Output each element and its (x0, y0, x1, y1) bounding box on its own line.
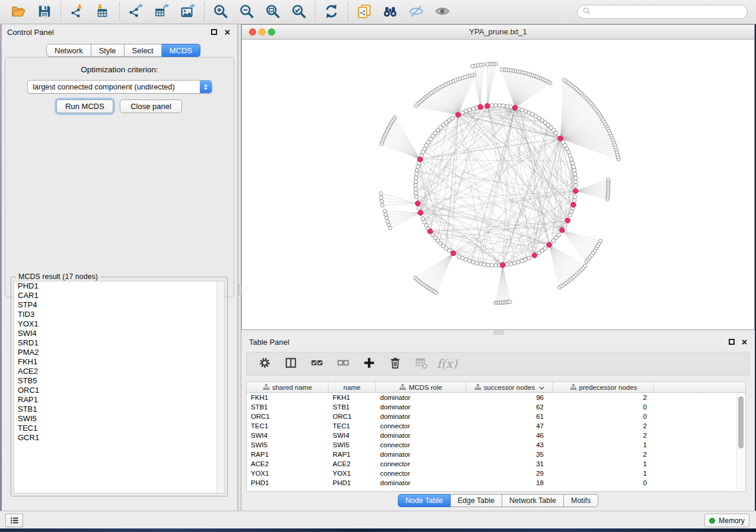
mcds-result-item[interactable]: YOX1 (14, 319, 224, 329)
network-node[interactable] (570, 161, 575, 165)
mcds-hub-node[interactable] (428, 229, 432, 233)
zoom-fit-button[interactable] (262, 2, 283, 22)
run-mcds-button[interactable]: Run MCDS (56, 100, 113, 113)
network-node[interactable] (574, 180, 578, 184)
satellite-node[interactable] (379, 196, 383, 199)
network-node[interactable] (497, 104, 502, 108)
mcds-hub-node[interactable] (560, 227, 564, 232)
network-node[interactable] (573, 172, 577, 177)
table-row[interactable]: SWI4SWI4dominator462 (247, 431, 745, 440)
satellite-node[interactable] (384, 213, 387, 216)
mcds-result-item[interactable]: PMA2 (14, 348, 224, 357)
hide-selected-button[interactable] (406, 2, 427, 22)
tab-mcds[interactable]: MCDS (162, 44, 200, 57)
search-input[interactable] (594, 7, 742, 17)
network-node[interactable] (490, 264, 494, 268)
mcds-result-item[interactable]: RAP1 (14, 395, 224, 405)
satellite-node[interactable] (383, 209, 387, 213)
satellite-node[interactable] (563, 78, 566, 82)
table-scrollbar[interactable] (736, 393, 745, 491)
network-node[interactable] (414, 180, 418, 184)
mcds-hub-node[interactable] (513, 105, 518, 110)
export-image-button[interactable] (177, 2, 199, 22)
mcds-result-item[interactable]: TID3 (14, 310, 224, 319)
memory-button[interactable]: Memory (704, 514, 749, 527)
float-table-panel-icon[interactable] (729, 339, 735, 345)
tab-motifs[interactable]: Motifs (564, 494, 598, 507)
satellite-node[interactable] (381, 204, 384, 207)
network-node[interactable] (414, 191, 418, 196)
mcds-result-list[interactable]: PHD1CAR1STP4TID3YOX1SWI4SRD1PMA2FKH1ACE2… (14, 281, 225, 493)
deselect-all-rows-button[interactable] (334, 355, 351, 372)
network-window-titlebar[interactable]: YPA_prune.txt_1 (242, 25, 754, 40)
network-node[interactable] (461, 111, 465, 115)
network-node[interactable] (417, 206, 421, 210)
zoom-out-button[interactable] (236, 2, 257, 22)
satellite-node[interactable] (583, 264, 587, 268)
mcds-hub-node[interactable] (415, 201, 420, 206)
network-node[interactable] (471, 260, 476, 264)
satellite-node[interactable] (486, 63, 489, 66)
mcds-result-item[interactable]: SWI5 (14, 414, 224, 424)
close-panel-button[interactable]: Close panel (120, 100, 182, 113)
satellite-node[interactable] (500, 68, 503, 71)
network-node[interactable] (447, 249, 451, 253)
network-node[interactable] (483, 262, 487, 267)
network-node[interactable] (572, 198, 576, 203)
mcds-hub-node[interactable] (532, 253, 537, 258)
tab-network-table[interactable]: Network Table (502, 494, 564, 507)
mcds-result-item[interactable]: TEC1 (14, 424, 224, 433)
save-session-button[interactable] (34, 2, 55, 22)
network-node[interactable] (563, 223, 567, 227)
mcds-hub-node[interactable] (547, 242, 551, 247)
table-row[interactable]: FKH1FKH1dominator962 (247, 393, 745, 402)
show-columns-button[interactable] (282, 355, 299, 372)
network-node[interactable] (543, 246, 547, 251)
network-node[interactable] (527, 257, 531, 261)
network-node[interactable] (494, 264, 498, 268)
satellite-node[interactable] (508, 300, 512, 304)
satellite-node[interactable] (380, 200, 384, 203)
column-header-shared-name[interactable]: shared name (247, 382, 328, 393)
close-panel-icon[interactable]: × (225, 28, 230, 37)
network-node[interactable] (475, 261, 479, 265)
satellite-node[interactable] (387, 223, 391, 226)
network-node[interactable] (520, 108, 524, 112)
network-node[interactable] (471, 107, 476, 111)
satellite-node[interactable] (471, 65, 474, 68)
mcds-hub-node[interactable] (455, 113, 460, 117)
mcds-result-item[interactable]: PHD1 (14, 281, 224, 291)
network-node[interactable] (415, 168, 419, 172)
mcds-result-item[interactable]: GCR1 (14, 433, 224, 443)
satellite-node[interactable] (435, 291, 438, 294)
table-row[interactable]: SWI5SWI5connector431 (247, 440, 745, 450)
tab-node-table[interactable]: Node Table (398, 494, 451, 507)
select-first-neighbors-button[interactable] (379, 2, 401, 22)
mcds-result-item[interactable]: ORC1 (14, 386, 224, 395)
mcds-hub-node[interactable] (573, 188, 578, 193)
network-node[interactable] (416, 165, 420, 169)
horizontal-splitter[interactable] (241, 330, 755, 335)
import-network-button[interactable] (66, 2, 88, 22)
mcds-result-item[interactable]: SWI4 (14, 329, 224, 338)
network-node[interactable] (569, 210, 573, 214)
close-table-panel-icon[interactable]: × (742, 338, 747, 347)
mcds-result-item[interactable]: STB1 (14, 405, 224, 414)
column-header-mcds-role[interactable]: MCDS role (376, 382, 466, 393)
mcds-result-item[interactable]: FKH1 (14, 357, 224, 367)
mcds-hub-node[interactable] (565, 218, 570, 223)
mcds-hub-node[interactable] (485, 104, 490, 108)
network-node[interactable] (486, 263, 490, 267)
network-node[interactable] (513, 261, 517, 265)
duplicate-network-button[interactable] (353, 2, 375, 22)
column-header-predecessor-nodes[interactable]: predecessor nodes (553, 382, 654, 393)
satellite-node[interactable] (386, 220, 390, 223)
open-file-button[interactable] (8, 2, 29, 22)
network-node[interactable] (505, 104, 509, 108)
satellite-node[interactable] (379, 192, 383, 196)
network-node[interactable] (573, 195, 577, 199)
task-history-button[interactable] (5, 514, 23, 527)
mcds-hub-node[interactable] (451, 251, 455, 255)
table-row[interactable]: RAP1RAP1dominator352 (247, 450, 745, 459)
network-node[interactable] (572, 168, 576, 172)
